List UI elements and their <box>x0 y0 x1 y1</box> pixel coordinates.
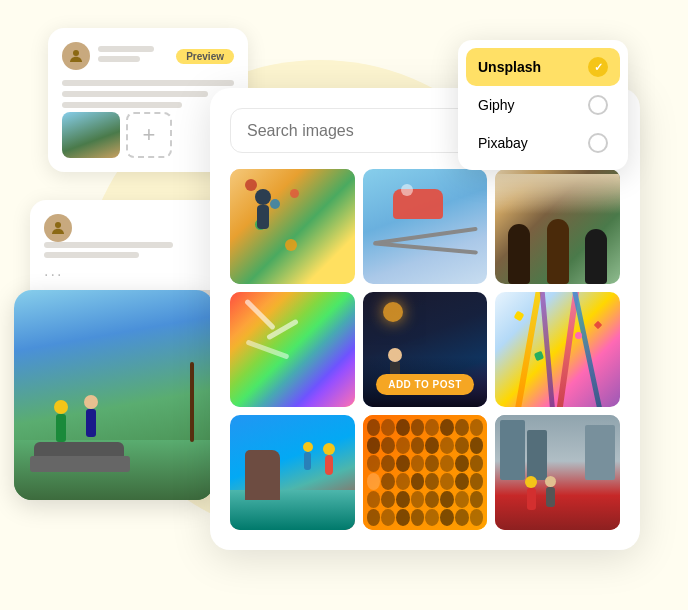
svg-point-0 <box>73 50 79 56</box>
avatar-second <box>44 214 72 242</box>
grid-item-rollercoaster[interactable] <box>363 169 488 284</box>
featured-photo-bg <box>14 290 214 500</box>
source-giphy[interactable]: Giphy <box>466 86 620 124</box>
more-options-button[interactable]: ... <box>44 262 63 279</box>
grid-item-cliff[interactable] <box>230 415 355 530</box>
source-dropdown: Unsplash ✓ Giphy Pixabay <box>458 40 628 170</box>
post-text-lines <box>62 80 234 108</box>
grid-item-crowd[interactable] <box>363 415 488 530</box>
source-unsplash-label: Unsplash <box>478 59 541 75</box>
add-to-post-overlay: ADD TO POST <box>363 374 488 407</box>
user-name-lines <box>98 46 168 66</box>
source-pixabay[interactable]: Pixabay <box>466 124 620 162</box>
giphy-check-icon <box>588 95 608 115</box>
grid-item-climbing[interactable] <box>230 169 355 284</box>
avatar <box>62 42 90 70</box>
pixabay-check-icon <box>588 133 608 153</box>
svg-point-1 <box>55 222 61 228</box>
add-to-post-button[interactable]: ADD TO POST <box>376 374 474 395</box>
source-unsplash[interactable]: Unsplash ✓ <box>466 48 620 86</box>
source-giphy-label: Giphy <box>478 97 515 113</box>
source-pixabay-label: Pixabay <box>478 135 528 151</box>
featured-photo-card <box>14 290 214 500</box>
grid-item-city[interactable] <box>495 415 620 530</box>
post-image-area: + <box>62 112 234 158</box>
image-grid: ADD TO POST <box>230 169 620 530</box>
preview-badge: Preview <box>176 49 234 64</box>
post-image-thumbnail <box>62 112 120 158</box>
grid-item-friends[interactable] <box>495 169 620 284</box>
user-name-lines-2 <box>44 242 216 258</box>
grid-item-colorful[interactable] <box>230 292 355 407</box>
add-image-button[interactable]: + <box>126 112 172 158</box>
grid-item-ribbon[interactable] <box>495 292 620 407</box>
grid-item-action[interactable]: ADD TO POST <box>363 292 488 407</box>
unsplash-check-icon: ✓ <box>588 57 608 77</box>
